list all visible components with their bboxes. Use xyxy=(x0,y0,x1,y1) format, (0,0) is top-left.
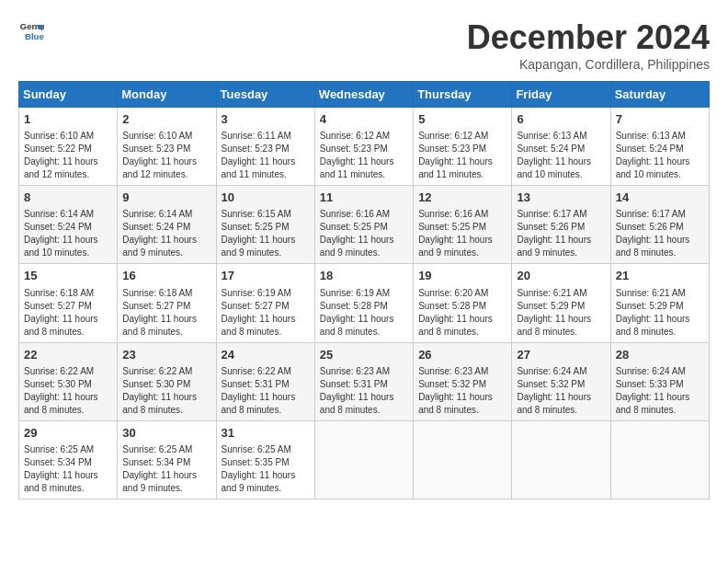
day-number: 29 xyxy=(24,425,112,442)
calendar-week-row: 1Sunrise: 6:10 AM Sunset: 5:22 PM Daylig… xyxy=(19,108,710,186)
day-number: 22 xyxy=(24,347,112,363)
calendar-week-row: 29Sunrise: 6:25 AM Sunset: 5:34 PM Dayli… xyxy=(19,420,710,499)
day-number: 21 xyxy=(616,268,704,284)
calendar-week-row: 8Sunrise: 6:14 AM Sunset: 5:24 PM Daylig… xyxy=(19,186,710,264)
day-info: Sunrise: 6:15 AM Sunset: 5:25 PM Dayligh… xyxy=(222,208,310,259)
calendar-cell: 10Sunrise: 6:15 AM Sunset: 5:25 PM Dayli… xyxy=(216,186,314,264)
calendar-cell: 18Sunrise: 6:19 AM Sunset: 5:28 PM Dayli… xyxy=(314,264,413,342)
day-info: Sunrise: 6:24 AM Sunset: 5:33 PM Dayligh… xyxy=(616,365,704,417)
calendar-cell: 20Sunrise: 6:21 AM Sunset: 5:29 PM Dayli… xyxy=(512,264,610,342)
day-info: Sunrise: 6:10 AM Sunset: 5:23 PM Dayligh… xyxy=(122,130,210,181)
day-number: 31 xyxy=(222,425,310,442)
day-info: Sunrise: 6:17 AM Sunset: 5:26 PM Dayligh… xyxy=(616,208,704,259)
day-info: Sunrise: 6:21 AM Sunset: 5:29 PM Dayligh… xyxy=(616,287,704,339)
calendar-cell: 29Sunrise: 6:25 AM Sunset: 5:34 PM Dayli… xyxy=(19,420,118,499)
day-info: Sunrise: 6:13 AM Sunset: 5:24 PM Dayligh… xyxy=(517,130,605,181)
day-number: 11 xyxy=(320,190,408,206)
calendar-cell: 17Sunrise: 6:19 AM Sunset: 5:27 PM Dayli… xyxy=(216,264,314,342)
page-header: General Blue December 2024 Kapangan, Cor… xyxy=(18,18,710,72)
calendar-cell: 24Sunrise: 6:22 AM Sunset: 5:31 PM Dayli… xyxy=(216,342,314,420)
day-number: 30 xyxy=(122,425,210,442)
title-area: December 2024 Kapangan, Cordillera, Phil… xyxy=(467,18,710,72)
calendar-cell: 7Sunrise: 6:13 AM Sunset: 5:24 PM Daylig… xyxy=(610,108,709,186)
calendar-cell: 14Sunrise: 6:17 AM Sunset: 5:26 PM Dayli… xyxy=(610,186,709,264)
day-info: Sunrise: 6:12 AM Sunset: 5:23 PM Dayligh… xyxy=(418,130,506,181)
calendar-cell: 28Sunrise: 6:24 AM Sunset: 5:33 PM Dayli… xyxy=(610,342,709,420)
day-header-saturday: Saturday xyxy=(610,82,709,108)
calendar-cell xyxy=(610,420,709,499)
day-number: 19 xyxy=(418,268,506,284)
calendar-week-row: 22Sunrise: 6:22 AM Sunset: 5:30 PM Dayli… xyxy=(19,342,710,420)
calendar-cell: 9Sunrise: 6:14 AM Sunset: 5:24 PM Daylig… xyxy=(118,186,216,264)
day-number: 5 xyxy=(418,111,506,128)
day-number: 4 xyxy=(320,111,408,128)
day-number: 16 xyxy=(122,268,210,284)
calendar-cell: 5Sunrise: 6:12 AM Sunset: 5:23 PM Daylig… xyxy=(414,108,512,186)
calendar-cell: 4Sunrise: 6:12 AM Sunset: 5:23 PM Daylig… xyxy=(314,108,413,186)
day-info: Sunrise: 6:24 AM Sunset: 5:32 PM Dayligh… xyxy=(517,365,605,417)
day-info: Sunrise: 6:13 AM Sunset: 5:24 PM Dayligh… xyxy=(616,130,704,181)
calendar-cell: 8Sunrise: 6:14 AM Sunset: 5:24 PM Daylig… xyxy=(19,186,118,264)
day-info: Sunrise: 6:19 AM Sunset: 5:28 PM Dayligh… xyxy=(320,287,408,339)
calendar-cell: 19Sunrise: 6:20 AM Sunset: 5:28 PM Dayli… xyxy=(414,264,512,342)
day-info: Sunrise: 6:25 AM Sunset: 5:34 PM Dayligh… xyxy=(24,443,112,495)
day-info: Sunrise: 6:12 AM Sunset: 5:23 PM Dayligh… xyxy=(320,130,408,181)
day-info: Sunrise: 6:22 AM Sunset: 5:31 PM Dayligh… xyxy=(222,365,310,417)
day-info: Sunrise: 6:19 AM Sunset: 5:27 PM Dayligh… xyxy=(222,287,310,339)
calendar-week-row: 15Sunrise: 6:18 AM Sunset: 5:27 PM Dayli… xyxy=(19,264,710,342)
logo-icon: General Blue xyxy=(18,18,44,44)
calendar-cell: 21Sunrise: 6:21 AM Sunset: 5:29 PM Dayli… xyxy=(610,264,709,342)
day-number: 20 xyxy=(517,268,605,284)
calendar-cell: 31Sunrise: 6:25 AM Sunset: 5:35 PM Dayli… xyxy=(216,420,314,499)
day-number: 1 xyxy=(24,111,112,128)
calendar-cell: 27Sunrise: 6:24 AM Sunset: 5:32 PM Dayli… xyxy=(512,342,610,420)
day-number: 17 xyxy=(222,268,310,284)
calendar-table: SundayMondayTuesdayWednesdayThursdayFrid… xyxy=(18,81,710,500)
day-info: Sunrise: 6:25 AM Sunset: 5:34 PM Dayligh… xyxy=(122,443,210,495)
calendar-cell: 16Sunrise: 6:18 AM Sunset: 5:27 PM Dayli… xyxy=(118,264,216,342)
day-number: 14 xyxy=(616,190,704,206)
day-number: 12 xyxy=(418,190,506,206)
day-info: Sunrise: 6:18 AM Sunset: 5:27 PM Dayligh… xyxy=(24,287,112,339)
day-info: Sunrise: 6:11 AM Sunset: 5:23 PM Dayligh… xyxy=(222,130,310,181)
day-info: Sunrise: 6:14 AM Sunset: 5:24 PM Dayligh… xyxy=(122,208,210,259)
calendar-cell xyxy=(512,420,610,499)
calendar-cell: 15Sunrise: 6:18 AM Sunset: 5:27 PM Dayli… xyxy=(19,264,118,342)
day-info: Sunrise: 6:23 AM Sunset: 5:31 PM Dayligh… xyxy=(320,365,408,417)
calendar-cell: 25Sunrise: 6:23 AM Sunset: 5:31 PM Dayli… xyxy=(314,342,413,420)
day-info: Sunrise: 6:16 AM Sunset: 5:25 PM Dayligh… xyxy=(418,208,506,259)
day-number: 24 xyxy=(222,347,310,363)
day-number: 23 xyxy=(122,347,210,363)
calendar-cell: 3Sunrise: 6:11 AM Sunset: 5:23 PM Daylig… xyxy=(216,108,314,186)
day-number: 7 xyxy=(616,111,704,128)
calendar-cell: 11Sunrise: 6:16 AM Sunset: 5:25 PM Dayli… xyxy=(314,186,413,264)
location-subtitle: Kapangan, Cordillera, Philippines xyxy=(467,57,710,72)
day-number: 3 xyxy=(222,111,310,128)
day-number: 9 xyxy=(122,190,210,206)
day-header-tuesday: Tuesday xyxy=(216,82,314,108)
day-header-wednesday: Wednesday xyxy=(314,82,413,108)
day-info: Sunrise: 6:14 AM Sunset: 5:24 PM Dayligh… xyxy=(24,208,112,259)
calendar-cell: 13Sunrise: 6:17 AM Sunset: 5:26 PM Dayli… xyxy=(512,186,610,264)
day-info: Sunrise: 6:23 AM Sunset: 5:32 PM Dayligh… xyxy=(418,365,506,417)
day-info: Sunrise: 6:21 AM Sunset: 5:29 PM Dayligh… xyxy=(517,287,605,339)
calendar-cell: 30Sunrise: 6:25 AM Sunset: 5:34 PM Dayli… xyxy=(118,420,216,499)
calendar-cell: 12Sunrise: 6:16 AM Sunset: 5:25 PM Dayli… xyxy=(414,186,512,264)
day-number: 28 xyxy=(616,347,704,363)
day-number: 18 xyxy=(320,268,408,284)
calendar-cell: 1Sunrise: 6:10 AM Sunset: 5:22 PM Daylig… xyxy=(19,108,118,186)
day-info: Sunrise: 6:16 AM Sunset: 5:25 PM Dayligh… xyxy=(320,208,408,259)
day-number: 13 xyxy=(517,190,605,206)
day-header-monday: Monday xyxy=(118,82,216,108)
calendar-cell: 26Sunrise: 6:23 AM Sunset: 5:32 PM Dayli… xyxy=(414,342,512,420)
day-number: 25 xyxy=(320,347,408,363)
calendar-cell xyxy=(414,420,512,499)
day-number: 8 xyxy=(24,190,112,206)
day-number: 15 xyxy=(24,268,112,284)
day-header-sunday: Sunday xyxy=(19,82,118,108)
logo: General Blue xyxy=(18,18,44,44)
day-info: Sunrise: 6:18 AM Sunset: 5:27 PM Dayligh… xyxy=(122,287,210,339)
day-info: Sunrise: 6:10 AM Sunset: 5:22 PM Dayligh… xyxy=(24,130,112,181)
day-info: Sunrise: 6:22 AM Sunset: 5:30 PM Dayligh… xyxy=(24,365,112,417)
day-header-friday: Friday xyxy=(512,82,610,108)
